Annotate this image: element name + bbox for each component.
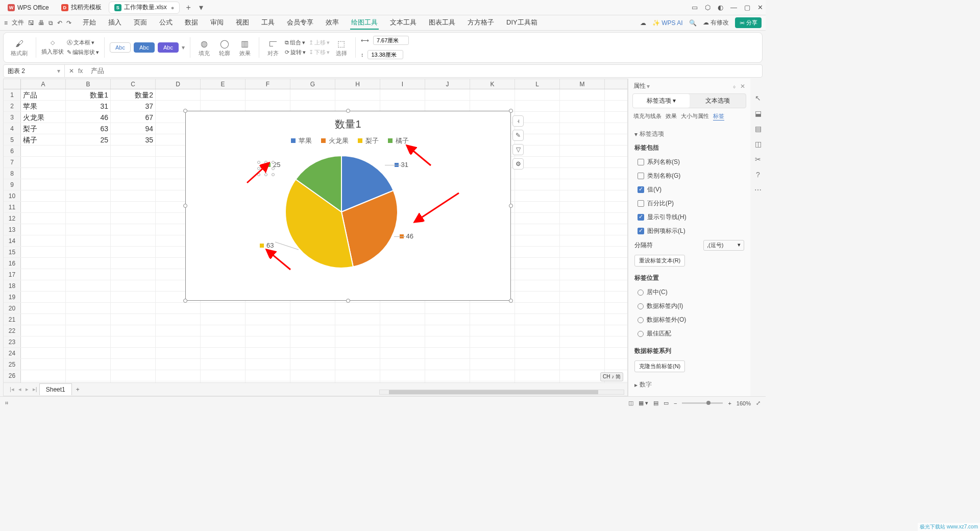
row-header[interactable]: 13 — [4, 224, 21, 235]
reset-label-button[interactable]: 重设标签文本(R) — [634, 255, 685, 267]
cell[interactable] — [560, 224, 605, 235]
cell[interactable] — [156, 89, 201, 100]
cell[interactable] — [21, 336, 66, 347]
cell[interactable] — [290, 359, 335, 370]
cell[interactable] — [246, 89, 290, 100]
radio-center[interactable] — [638, 289, 644, 296]
cell[interactable] — [21, 258, 66, 269]
cell[interactable] — [66, 280, 111, 291]
menu-11[interactable]: 文本工具 — [389, 16, 418, 30]
zoom-value[interactable]: 160% — [737, 400, 751, 406]
legend-item[interactable]: 火龙果 — [318, 137, 349, 144]
cell[interactable] — [21, 224, 66, 235]
view-normal-icon[interactable]: ▦ ▾ — [639, 400, 648, 406]
cell[interactable]: 数量1 — [66, 89, 111, 100]
cell[interactable] — [380, 348, 425, 358]
cell[interactable] — [246, 303, 290, 313]
cell[interactable] — [335, 370, 380, 381]
cell[interactable] — [21, 235, 66, 246]
cell[interactable] — [21, 213, 66, 224]
cell[interactable] — [21, 247, 66, 257]
style-abc-3[interactable]: Abc — [158, 42, 179, 53]
row-header[interactable]: 22 — [4, 325, 21, 336]
cell[interactable] — [290, 348, 335, 358]
cell[interactable] — [21, 179, 66, 190]
cell[interactable] — [201, 336, 246, 347]
row-header[interactable]: 18 — [4, 280, 21, 291]
style-abc-1[interactable]: Abc — [110, 42, 131, 53]
view-grid-icon[interactable]: ◫ — [628, 400, 633, 406]
chk-value[interactable] — [638, 186, 644, 193]
cell[interactable] — [560, 247, 605, 257]
cell[interactable] — [470, 325, 515, 336]
cell[interactable] — [111, 247, 156, 257]
cell[interactable] — [560, 168, 605, 179]
view-reading-icon[interactable]: ▭ — [664, 400, 669, 406]
style-abc-2[interactable]: Abc — [134, 42, 155, 53]
cell[interactable] — [290, 314, 335, 325]
cell[interactable] — [111, 303, 156, 313]
menu-1[interactable]: 插入 — [107, 16, 122, 30]
edit-shape-button[interactable]: ✎ 编辑形状 ▾ — [67, 49, 99, 56]
cell[interactable] — [66, 168, 111, 179]
cell[interactable] — [201, 89, 246, 100]
cell[interactable] — [515, 348, 560, 358]
chart-filter-button[interactable]: ▽ — [512, 144, 524, 155]
cell[interactable] — [111, 325, 156, 336]
cell[interactable]: 67 — [111, 112, 156, 123]
maximize-icon[interactable]: ▢ — [744, 4, 750, 11]
chart-settings-button[interactable]: ⚙ — [512, 158, 524, 170]
cell[interactable] — [515, 359, 560, 370]
tab-wps-office[interactable]: WWPS Office — [3, 2, 54, 14]
cell[interactable] — [515, 168, 560, 179]
legend-item[interactable]: 梨子 — [355, 137, 379, 144]
cell[interactable] — [111, 314, 156, 325]
cell[interactable] — [515, 269, 560, 280]
legend-item[interactable]: 苹果 — [288, 137, 312, 144]
cell[interactable] — [380, 359, 425, 370]
cell[interactable] — [156, 325, 201, 336]
effect-button[interactable]: ▥效果 — [236, 35, 254, 60]
cell[interactable]: 25 — [66, 134, 111, 145]
tab-workbook[interactable]: S工作簿数量.xlsx● — [109, 2, 180, 14]
cell[interactable] — [515, 280, 560, 291]
align-button[interactable]: ⫍对齐 — [264, 35, 282, 60]
cell[interactable] — [111, 370, 156, 381]
cell[interactable] — [290, 101, 335, 111]
avatar-icon[interactable]: ◐ — [718, 4, 723, 11]
cell[interactable] — [21, 303, 66, 313]
section-numbers[interactable]: ▸ 数字 — [634, 378, 744, 391]
window-box-icon[interactable]: ▭ — [692, 4, 698, 11]
cell[interactable] — [380, 336, 425, 347]
cell[interactable] — [111, 168, 156, 179]
cell[interactable] — [201, 325, 246, 336]
cell[interactable] — [201, 101, 246, 111]
chart-object[interactable]: ⫞ ✎ ▽ ⚙ 数量1 苹果火龙果梨子橘子 31 46 63 25 — [185, 111, 511, 301]
cell[interactable] — [560, 134, 605, 145]
sheet-tab-1[interactable]: Sheet1 — [39, 383, 72, 395]
cell[interactable] — [111, 269, 156, 280]
radio-outside[interactable] — [638, 317, 644, 323]
cell[interactable] — [560, 336, 605, 347]
cell[interactable] — [21, 190, 66, 201]
cell[interactable] — [156, 101, 201, 111]
share-button[interactable]: ⫘ 分享 — [735, 17, 762, 28]
menu-8[interactable]: 会员专享 — [286, 16, 314, 30]
cell[interactable] — [335, 314, 380, 325]
name-box[interactable]: 图表 2▾ — [4, 65, 65, 77]
cell[interactable] — [560, 146, 605, 156]
chk-leader-lines[interactable] — [638, 214, 644, 221]
radio-inside[interactable] — [638, 303, 644, 309]
cell[interactable] — [515, 235, 560, 246]
width-input[interactable] — [373, 36, 409, 45]
chk-legend-key[interactable] — [638, 228, 644, 234]
cell[interactable] — [425, 303, 470, 313]
cell[interactable] — [66, 258, 111, 269]
radio-bestfit[interactable] — [638, 331, 644, 337]
cell[interactable] — [560, 292, 605, 302]
cell[interactable] — [470, 359, 515, 370]
cell[interactable] — [515, 292, 560, 302]
pin-icon[interactable]: ⬨ — [732, 83, 736, 90]
cell[interactable] — [111, 235, 156, 246]
minimize-icon[interactable]: — — [730, 4, 737, 11]
